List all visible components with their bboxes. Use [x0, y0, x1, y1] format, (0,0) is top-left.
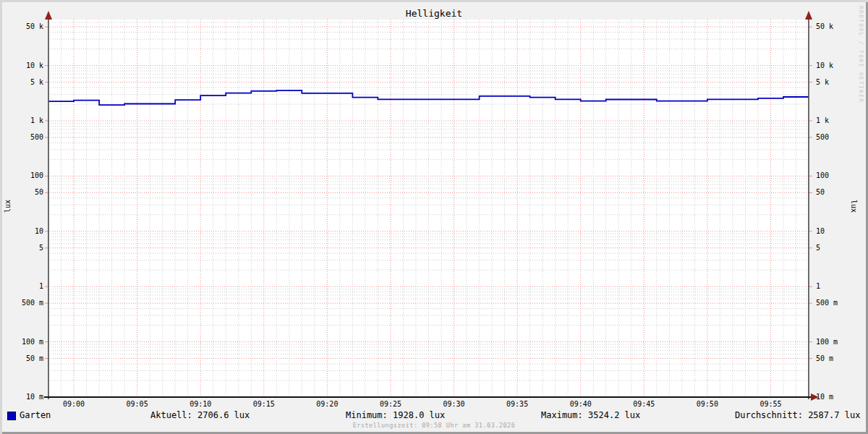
x-axis-label: 09:35: [498, 400, 536, 409]
creation-time: Erstellungszeit: 09:58 Uhr am 31.03.2026: [0, 422, 868, 429]
y-axis-label-left: 10 m: [3, 393, 43, 401]
y-axis-label-left: 50: [3, 188, 43, 197]
y-axis-label-right: 50 m: [816, 354, 859, 363]
y-axis-label-right: 1: [816, 282, 859, 291]
x-axis-label: 09:20: [308, 400, 346, 409]
y-axis-label-right: 50: [816, 188, 859, 197]
y-axis-label-left: 50 k: [3, 22, 43, 31]
x-axis-label: 09:00: [55, 400, 93, 409]
y-axis-label-right: 10 m: [816, 393, 859, 401]
stat-durchschnitt: Durchschnitt: 2587.7 lux: [735, 410, 860, 421]
y-axis-label-left: 1 k: [3, 116, 43, 125]
y-axis-label-left: 100 m: [3, 338, 43, 346]
x-axis-label: 09:25: [372, 400, 409, 409]
stat-maximum: Maximum: 3524.2 lux: [541, 410, 640, 421]
x-axis-label: 09:10: [182, 400, 219, 409]
y-axis-label-left: 500 m: [3, 299, 43, 307]
series-label: Garten: [20, 410, 51, 421]
rrdtool-graph: Helligkeit RRDTOOL / TOBI OETIKER lux lu…: [0, 0, 868, 434]
x-axis-label: 09:30: [435, 400, 473, 409]
rrdtool-watermark: RRDTOOL / TOBI OETIKER: [857, 6, 864, 103]
x-axis-label: 09:55: [752, 400, 789, 409]
y-axis-label-left: 500: [3, 133, 43, 142]
y-axis-label-left: 5 k: [3, 78, 43, 87]
y-axis-label-left: 1: [3, 282, 43, 291]
x-axis-label: 09:50: [689, 400, 726, 409]
y-axis-label-right: 500: [816, 133, 859, 142]
y-axis-label-left: 5: [3, 244, 43, 252]
x-axis-label: 09:40: [562, 400, 600, 409]
y-axis-label-right: 500 m: [816, 299, 859, 307]
plot-area: [0, 0, 868, 434]
y-axis-label-right: 1 k: [816, 116, 859, 125]
x-axis-label: 09:05: [119, 400, 156, 409]
y-axis-label-right: 10 k: [816, 61, 859, 70]
x-axis-label: 09:45: [625, 400, 663, 409]
y-axis-label-left: 100: [3, 171, 43, 180]
y-axis-label-left: 10 k: [3, 61, 43, 70]
y-axis-label-right: 100 m: [816, 338, 859, 346]
series-color-swatch: [7, 412, 16, 420]
stat-aktuell: Aktuell: 2706.6 lux: [150, 410, 250, 421]
y-axis-label-right: 10: [816, 227, 859, 236]
stat-minimum: Minimum: 1928.0 lux: [346, 410, 445, 421]
x-axis-label: 09:15: [245, 400, 283, 409]
y-axis-label-right: 5 k: [816, 78, 859, 87]
y-axis-label-right: 50 k: [816, 22, 859, 31]
y-axis-label-left: 50 m: [3, 354, 43, 363]
chart-title: Helligkeit: [0, 8, 868, 19]
y-axis-label-right: 100: [816, 171, 859, 180]
y-axis-label-right: 5: [816, 244, 859, 252]
y-axis-label-left: 10: [3, 227, 43, 236]
